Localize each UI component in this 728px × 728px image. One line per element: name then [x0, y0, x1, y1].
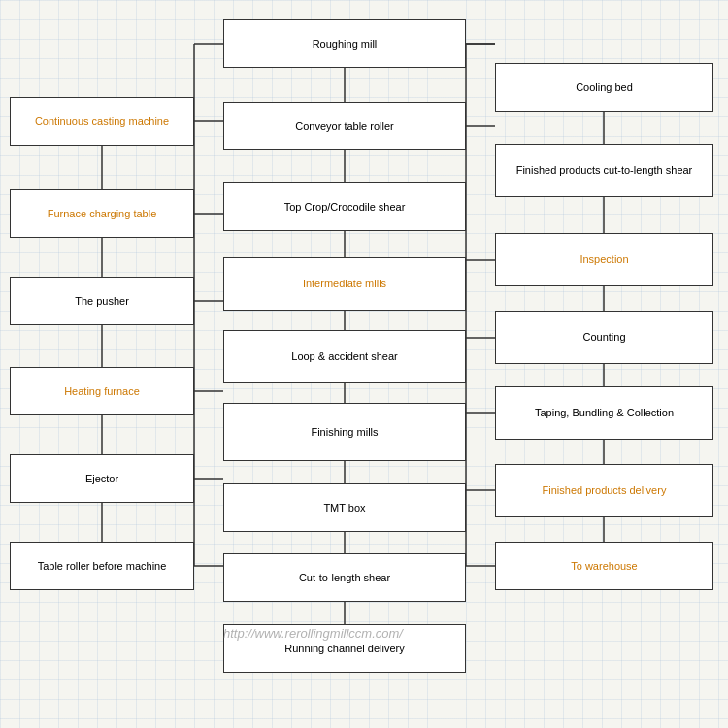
finishing-mills-box: Finishing mills: [223, 403, 466, 461]
tmt-box-box: TMT box: [223, 483, 466, 532]
svg-line-29: [466, 44, 495, 87]
intermediate-mills-box: Intermediate mills: [223, 257, 466, 311]
cut-to-length-shear-box: Cut-to-length shear: [223, 553, 466, 602]
heating-furnace-box: Heating furnace: [10, 367, 194, 415]
table-roller-before-box: Table roller before machine: [10, 542, 194, 590]
cooling-bed-box: Cooling bed: [495, 63, 713, 112]
top-crop-shear-box: Top Crop/Crocodile shear: [223, 182, 466, 231]
continuous-casting-box: Continuous casting machine: [10, 97, 194, 146]
furnace-charging-box: Furnace charging table: [10, 189, 194, 238]
conveyor-table-roller-box: Conveyor table roller: [223, 102, 466, 150]
pusher-box: The pusher: [10, 277, 194, 325]
finished-delivery-box: Finished products delivery: [495, 464, 713, 517]
roughing-mill-box: Roughing mill: [223, 19, 466, 68]
inspection-box: Inspection: [495, 233, 713, 286]
taping-bundling-box: Taping, Bundling & Collection: [495, 386, 713, 440]
to-warehouse-box: To warehouse: [495, 542, 713, 590]
finished-cut-shear-box: Finished products cut-to-length shear: [495, 144, 713, 197]
watermark: http://www.rerollingmillccm.com/: [223, 626, 403, 641]
flowchart-diagram: Continuous casting machine Furnace charg…: [0, 0, 728, 728]
ejector-box: Ejector: [10, 454, 194, 503]
loop-accident-shear-box: Loop & accident shear: [223, 330, 466, 383]
counting-box: Counting: [495, 311, 713, 364]
